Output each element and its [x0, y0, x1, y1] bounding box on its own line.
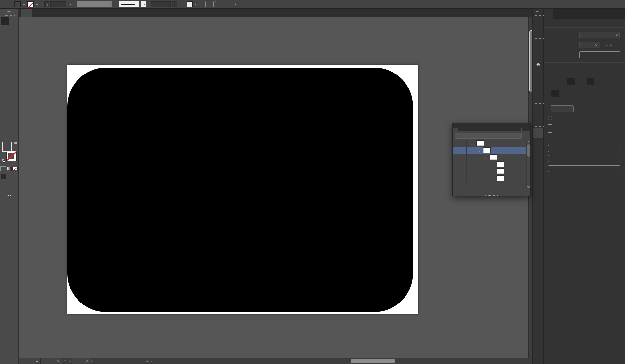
type-tool[interactable] — [1, 42, 9, 50]
scale-tool[interactable] — [9, 66, 18, 74]
shape-builder-tool[interactable] — [1, 82, 9, 90]
target-circle-icon[interactable] — [518, 154, 526, 161]
layers-scrollbar-thumb[interactable] — [527, 144, 530, 157]
layers-search-box[interactable] — [455, 133, 522, 139]
visibility-toggle[interactable] — [453, 161, 462, 168]
layer-row-path-2[interactable] — [453, 168, 530, 175]
transparency-panel-button[interactable] — [533, 92, 544, 102]
layer-thumbnail[interactable] — [497, 169, 504, 174]
dock-collapse-button[interactable]: «« — [533, 9, 543, 14]
visibility-toggle[interactable] — [453, 175, 462, 182]
show-rulers-button[interactable] — [553, 67, 561, 74]
scale-strokes-checkbox[interactable] — [548, 132, 552, 136]
lock-toggle[interactable] — [462, 147, 467, 154]
swatches-panel-button[interactable] — [533, 40, 544, 50]
visibility-toggle[interactable] — [453, 147, 462, 154]
eraser-tool[interactable] — [9, 58, 18, 66]
pen-tool[interactable] — [1, 34, 9, 42]
mesh-tool[interactable] — [1, 90, 9, 99]
stroke-weight-field[interactable] — [50, 1, 66, 7]
lasso-tool[interactable] — [9, 25, 18, 34]
previous-artboard-nav-icon[interactable]: ◀ — [604, 44, 609, 47]
color-mode-button[interactable] — [1, 167, 6, 171]
select-similar-icon[interactable] — [225, 1, 231, 7]
eyedropper-tool[interactable] — [9, 99, 18, 107]
visibility-toggle[interactable] — [453, 168, 462, 175]
hand-tool[interactable] — [9, 123, 18, 131]
edit-artboards-button[interactable] — [579, 51, 620, 58]
stroke-panel-button[interactable] — [533, 73, 544, 82]
brush-definition-dropdown[interactable] — [77, 1, 112, 7]
target-circle-icon[interactable] — [518, 168, 526, 175]
collect-for-export-icon[interactable] — [466, 190, 471, 195]
layers-panel-button[interactable] — [533, 128, 543, 138]
none-mode-button[interactable] — [12, 167, 18, 171]
layers-panel-resize-handle[interactable] — [485, 195, 498, 196]
last-artboard-button[interactable]: ⏭ — [95, 359, 100, 363]
tab-proprietes[interactable] — [544, 9, 553, 19]
expand-chevron-icon[interactable] — [485, 156, 487, 158]
measure-tool[interactable] — [1, 99, 9, 107]
gradient-panel-button[interactable] — [533, 82, 544, 92]
graphic-styles-panel-button[interactable] — [533, 115, 544, 125]
shaper-tool[interactable] — [1, 58, 9, 66]
screen-mode-button[interactable] — [0, 183, 7, 189]
graphic-style-dropdown[interactable] — [194, 1, 198, 7]
layer-row-path-1[interactable] — [453, 161, 530, 168]
keyboard-increment-field[interactable] — [551, 105, 574, 112]
artboard-number-field[interactable] — [72, 358, 90, 364]
slice-tool[interactable] — [1, 123, 9, 131]
selection-tool[interactable] — [1, 17, 9, 25]
layers-search-input[interactable] — [462, 133, 520, 138]
arrange-documents-icon[interactable] — [599, 1, 605, 7]
layer-row-path-3[interactable] — [453, 175, 530, 182]
layer-thumbnail[interactable] — [497, 176, 504, 181]
width-tool[interactable] — [1, 74, 9, 82]
generate-vectors-button[interactable] — [548, 165, 620, 172]
stroke-style-dropdown[interactable] — [119, 1, 139, 7]
panel-menu-icon[interactable] — [524, 127, 528, 131]
clipping-mask-icon[interactable] — [481, 190, 486, 195]
lock-toggle[interactable] — [462, 140, 467, 147]
symbol-sprayer-tool[interactable] — [9, 107, 18, 115]
hscroll-right-arrow[interactable]: › — [528, 360, 532, 363]
paintbrush-tool[interactable] — [9, 50, 18, 58]
fill-color-swatch[interactable] — [14, 1, 21, 7]
draw-inside-button[interactable] — [12, 174, 18, 179]
preferences-button[interactable] — [215, 1, 223, 7]
zoom-level-field[interactable] — [19, 358, 41, 364]
artboard[interactable] — [67, 65, 418, 314]
stroke-weight-dropdown[interactable] — [67, 1, 72, 7]
target-circle-icon[interactable] — [518, 161, 526, 168]
symbols-panel-button[interactable]: ♣ — [533, 60, 544, 69]
stroke-style-chevron[interactable] — [141, 1, 146, 7]
swap-fill-stroke-icon[interactable]: ⇄ — [14, 141, 17, 145]
first-artboard-button[interactable]: ⏮ — [62, 359, 67, 363]
draw-normal-button[interactable] — [1, 174, 6, 179]
appearance-panel-button[interactable] — [533, 105, 544, 115]
snap-to-point-button[interactable] — [551, 90, 559, 97]
quick-preferences-button[interactable] — [548, 155, 620, 162]
column-graph-tool[interactable] — [1, 115, 9, 123]
quick-document-setup-button[interactable] — [548, 145, 620, 152]
previous-artboard-button[interactable]: ◀ — [67, 360, 72, 363]
control-bar-grip[interactable] — [1, 1, 3, 7]
opacity-more-button[interactable] — [172, 1, 177, 7]
next-artboard-button[interactable]: ▶ — [90, 360, 94, 363]
lock-toggle[interactable] — [462, 168, 467, 175]
lock-toggle[interactable] — [462, 161, 467, 168]
tab-exportation[interactable] — [458, 128, 463, 131]
layer-thumbnail[interactable] — [477, 141, 484, 146]
default-fill-stroke-icon[interactable] — [2, 159, 5, 163]
graphic-style-swatch[interactable] — [187, 1, 193, 7]
rectangle-tool[interactable] — [1, 50, 9, 58]
layer-row-group[interactable] — [453, 154, 530, 161]
isolate-icon[interactable] — [474, 190, 478, 195]
lock-toggle[interactable] — [462, 175, 467, 182]
snap-to-grid-button[interactable] — [561, 90, 569, 97]
layers-scrollbar[interactable] — [526, 140, 530, 188]
gradient-mode-button[interactable] — [7, 167, 12, 171]
layer-thumbnail[interactable] — [490, 155, 497, 160]
gradient-tool[interactable] — [9, 90, 18, 99]
corner-radius-checkbox[interactable] — [548, 124, 552, 128]
